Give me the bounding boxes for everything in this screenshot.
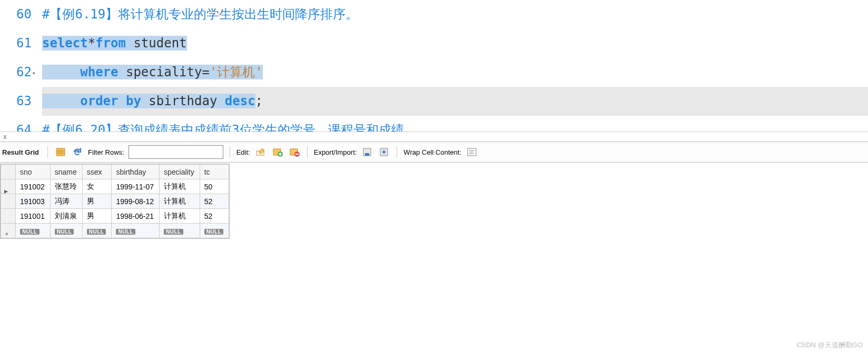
cell-null[interactable]: NULL — [200, 224, 229, 238]
cell[interactable]: 50 — [200, 179, 229, 194]
separator — [230, 146, 230, 158]
delete-row-icon[interactable] — [288, 146, 301, 158]
indent — [42, 65, 80, 79]
cell-null[interactable]: NULL — [82, 224, 112, 238]
line-number: 64 — [0, 116, 32, 132]
cell[interactable]: 计算机 — [160, 194, 200, 209]
refresh-icon[interactable] — [71, 146, 84, 158]
line-number: 63 — [0, 87, 32, 116]
op-eq: = — [202, 65, 209, 79]
separator — [397, 146, 397, 158]
filter-rows-label: Filter Rows: — [88, 148, 124, 156]
cell[interactable]: 男 — [82, 209, 112, 224]
indent — [42, 94, 80, 108]
separator — [47, 146, 48, 158]
cell[interactable]: 191001 — [16, 209, 51, 224]
table-row[interactable]: 191001 刘清泉 男 1998-06-21 计算机 52 — [1, 209, 229, 224]
table-row[interactable]: 191003 冯涛 男 1999-08-12 计算机 52 — [1, 194, 229, 209]
col-header[interactable]: sno — [16, 165, 51, 179]
null-badge: NULL — [116, 229, 135, 235]
code-line[interactable]: #【例6.19】将计算机专业的学生按出生时间降序排序。 — [42, 0, 868, 29]
ident-table: student — [126, 36, 187, 51]
string-literal: '计算机' — [210, 65, 263, 79]
ident-col: speciality — [119, 65, 202, 79]
separator — [307, 146, 308, 158]
exec-marker-icon: • — [32, 59, 36, 88]
cell-null[interactable]: NULL — [112, 224, 160, 238]
col-header[interactable]: sname — [50, 165, 82, 179]
filter-rows-input[interactable] — [129, 145, 223, 159]
edit-label: Edit: — [236, 148, 250, 156]
table-row[interactable]: 191002 张慧玲 女 1999-11-07 计算机 50 — [1, 179, 229, 194]
code-line[interactable]: •select*from student — [42, 29, 868, 58]
kw-orderby: order by — [80, 94, 141, 108]
cell[interactable]: 52 — [200, 209, 229, 224]
ident-col: sbirthday — [141, 94, 225, 108]
svg-rect-11 — [365, 153, 369, 156]
row-header[interactable] — [1, 224, 16, 238]
add-row-icon[interactable] — [271, 146, 284, 158]
comment-text: #【例6.20】查询成绩表中成绩前3位学生的学号、课程号和成绩 — [42, 123, 404, 132]
table-header-row: sno sname ssex sbirthday speciality tc — [1, 165, 229, 179]
col-header[interactable]: sbirthday — [112, 165, 160, 179]
cell[interactable]: 191002 — [16, 179, 51, 194]
result-grid[interactable]: sno sname ssex sbirthday speciality tc 1… — [0, 164, 230, 239]
row-header[interactable] — [1, 179, 16, 194]
cell[interactable]: 冯涛 — [50, 194, 82, 209]
cell[interactable]: 1998-06-21 — [112, 209, 160, 224]
cell[interactable]: 张慧玲 — [50, 179, 82, 194]
null-badge: NULL — [20, 229, 40, 235]
cell[interactable]: 1999-08-12 — [112, 194, 160, 209]
row-header-corner — [1, 165, 16, 179]
cell[interactable]: 52 — [200, 194, 229, 209]
kw-desc: desc — [225, 94, 255, 108]
row-header[interactable] — [1, 209, 16, 224]
wrap-cell-label: Wrap Cell Content: — [403, 148, 461, 156]
table-row-new[interactable]: NULL NULL NULL NULL NULL NULL — [1, 224, 229, 238]
null-badge: NULL — [55, 229, 74, 235]
cell-null[interactable]: NULL — [16, 224, 51, 238]
null-badge: NULL — [164, 229, 183, 235]
cell[interactable]: 女 — [82, 179, 112, 194]
cell[interactable]: 1999-11-07 — [112, 179, 160, 194]
sql-editor[interactable]: 60 61 62 63 64 #【例6.19】将计算机专业的学生按出生时间降序排… — [0, 0, 868, 132]
col-header[interactable]: ssex — [82, 165, 112, 179]
row-header[interactable] — [1, 194, 16, 209]
result-toolbar: Result Grid Filter Rows: Edit: Export/Im… — [0, 142, 868, 163]
line-number: 61 — [0, 29, 32, 58]
svg-rect-0 — [56, 148, 65, 156]
cell[interactable]: 计算机 — [160, 179, 200, 194]
semicolon: ; — [255, 94, 263, 108]
panel-close[interactable]: x — [0, 132, 868, 142]
cell[interactable]: 191003 — [16, 194, 51, 209]
col-header[interactable]: speciality — [160, 165, 200, 179]
wrap-cell-icon[interactable] — [466, 146, 478, 158]
result-grid-label: Result Grid — [2, 148, 39, 156]
edit-row-icon[interactable] — [254, 146, 267, 158]
kw-from: from — [95, 36, 126, 51]
code-line[interactable]: #【例6.20】查询成绩表中成绩前3位学生的学号、课程号和成绩 — [42, 116, 868, 132]
null-badge: NULL — [87, 229, 106, 235]
export-icon[interactable] — [361, 146, 373, 158]
export-import-label: Export/Import: — [314, 148, 357, 156]
cell[interactable]: 刘清泉 — [50, 209, 82, 224]
col-header[interactable]: tc — [200, 165, 229, 179]
code-line[interactable]: order by sbirthday desc; — [42, 87, 868, 116]
null-badge: NULL — [204, 229, 224, 235]
code-content[interactable]: #【例6.19】将计算机专业的学生按出生时间降序排序。 •select*from… — [42, 0, 868, 132]
line-number: 60 — [0, 0, 32, 29]
grid-view-icon[interactable] — [54, 146, 67, 158]
cell[interactable]: 计算机 — [160, 209, 200, 224]
op-star: * — [88, 36, 95, 51]
cell[interactable]: 男 — [82, 194, 112, 209]
close-icon[interactable]: x — [3, 133, 7, 140]
result-table[interactable]: sno sname ssex sbirthday speciality tc 1… — [1, 164, 229, 238]
line-number: 62 — [0, 58, 32, 87]
comment-text: #【例6.19】将计算机专业的学生按出生时间降序排序。 — [42, 7, 358, 22]
kw-select: select — [42, 36, 88, 51]
cell-null[interactable]: NULL — [50, 224, 82, 238]
import-icon[interactable] — [378, 146, 390, 158]
kw-where: where — [80, 65, 118, 79]
code-line[interactable]: where speciality='计算机' — [42, 58, 868, 87]
cell-null[interactable]: NULL — [160, 224, 200, 238]
